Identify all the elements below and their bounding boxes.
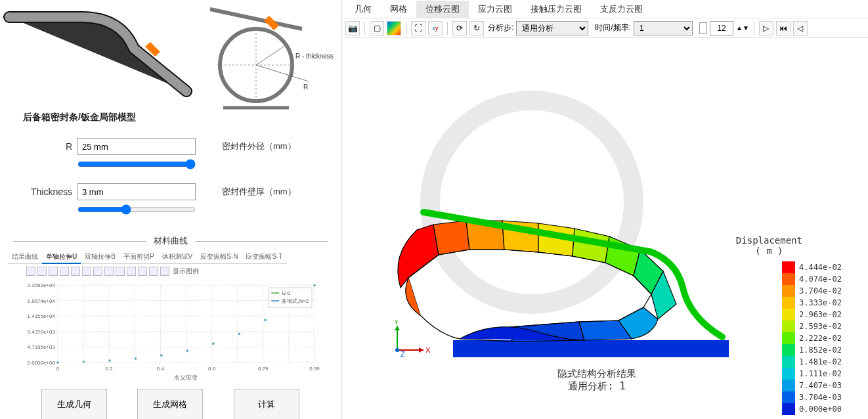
record-icon[interactable]: ▷: [759, 21, 773, 35]
legend-segment: [782, 261, 795, 273]
chart-tool-icon[interactable]: [82, 267, 91, 276]
step-label: 分析步:: [488, 22, 513, 33]
svg-point-57: [264, 319, 266, 321]
param-thickness-slider[interactable]: [77, 204, 196, 215]
generate-mesh-button[interactable]: 生成网格: [137, 389, 203, 419]
chart-tool-icon[interactable]: [49, 267, 58, 276]
svg-point-53: [160, 355, 162, 357]
svg-text:0.79: 0.79: [258, 366, 269, 372]
result-tab[interactable]: 支反力云图: [591, 1, 652, 18]
play-back-icon[interactable]: ◁: [793, 21, 808, 35]
legend-segment: [782, 309, 795, 320]
refresh-icon[interactable]: ↻: [469, 21, 484, 35]
skip-start-icon[interactable]: ⏮: [776, 21, 791, 35]
legend-value: 4.444e-02: [799, 261, 842, 273]
result-tab[interactable]: 几何: [345, 1, 381, 18]
legend-segment: [782, 332, 795, 344]
param-r-slider[interactable]: [77, 159, 196, 169]
result-tab[interactable]: 应力云图: [469, 1, 521, 18]
result-tabs: 几何网格位移云图应力云图接触压力云图支反力云图: [341, 0, 868, 18]
chart-tool-icon[interactable]: [160, 267, 169, 276]
svg-text:1.8874e+04: 1.8874e+04: [28, 298, 56, 304]
chart-tool-icon[interactable]: [116, 267, 125, 276]
chart-tool-icon[interactable]: [93, 267, 102, 276]
svg-point-52: [135, 357, 137, 359]
viewport-toolbar: 📷 ▢ ⛶ xy ⟳ ↻ 分析步: 通用分析 时间/频率: 1 ▲▼ ▷ ⏮ ◁: [341, 18, 868, 38]
legend-value: 3.704e-03: [799, 391, 842, 403]
result-tab[interactable]: 位移云图: [416, 1, 469, 18]
chart-tool-icon[interactable]: [127, 267, 136, 276]
param-r-input[interactable]: [77, 138, 196, 155]
time-select[interactable]: 1: [634, 21, 693, 35]
param-thickness-label: Thickness: [20, 187, 72, 197]
curve-tab[interactable]: 体积测试V: [158, 251, 197, 264]
param-r-unit: 密封件外径（mm）: [222, 141, 296, 152]
svg-marker-69: [395, 326, 400, 330]
compute-button[interactable]: 计算: [234, 389, 299, 419]
legend-segment: [782, 285, 795, 297]
chart-toolbar-legend-btn[interactable]: 显示图例: [173, 267, 199, 276]
legend-segment: [782, 380, 795, 391]
svg-point-59: [313, 284, 315, 286]
viewport[interactable]: X Y Z 隐式结构分析结果 通用分析: 1 Displacement ( m …: [341, 38, 868, 419]
legend-segment: [782, 403, 795, 415]
svg-point-54: [186, 350, 188, 352]
result-tab[interactable]: 接触压力云图: [521, 1, 591, 18]
color-legend: 4.444e-024.074e-023.704e-023.333e-022.96…: [782, 261, 842, 415]
curve-tab[interactable]: 结果曲线: [8, 251, 42, 264]
frame-spin[interactable]: [710, 21, 733, 35]
curve-tab[interactable]: 应变振幅S-N: [196, 251, 242, 264]
chart-tool-icon[interactable]: [26, 267, 35, 276]
spin-up-down-icon[interactable]: ▲▼: [736, 24, 749, 32]
svg-text:R: R: [303, 83, 308, 91]
svg-text:1.4155e+04: 1.4155e+04: [28, 313, 56, 319]
material-chart: 2.3592e+041.8874e+041.4155e+049.4370e+03…: [26, 277, 321, 382]
illustration-area: R - thickness R 后备箱密封条/钣金局部模型: [0, 0, 341, 125]
rainbow-cube-icon[interactable]: [387, 21, 401, 35]
chart-tool-icon[interactable]: [71, 267, 80, 276]
svg-text:4.7185e+03: 4.7185e+03: [28, 344, 56, 350]
legend-value: 2.222e-02: [799, 332, 842, 344]
result-title: 隐式结构分析结果 通用分析: 1: [557, 368, 636, 393]
curve-tab[interactable]: 应变振幅S-T: [242, 251, 286, 264]
bottom-buttons: 生成几何 生成网格 计算: [26, 389, 315, 419]
result-tab[interactable]: 网格: [381, 1, 416, 18]
param-row-thickness: Thickness 密封件壁厚（mm）: [20, 183, 321, 200]
svg-point-50: [83, 361, 85, 363]
chart-tool-icon[interactable]: [104, 267, 114, 276]
curve-tab[interactable]: 双轴拉伸B: [81, 251, 119, 264]
time-label: 时间/频率:: [595, 22, 631, 33]
svg-point-56: [238, 333, 240, 335]
chart-tool-icon[interactable]: [60, 267, 69, 276]
toggle-icon[interactable]: [699, 22, 707, 34]
generate-geometry-button[interactable]: 生成几何: [41, 389, 107, 419]
svg-rect-60: [269, 288, 312, 307]
cube-icon[interactable]: ▢: [370, 21, 384, 35]
curve-tab[interactable]: 平面剪切P: [119, 251, 158, 264]
legend-segment: [782, 391, 795, 403]
chart-tool-icon[interactable]: [149, 267, 158, 276]
camera-icon[interactable]: 📷: [345, 21, 360, 35]
svg-point-51: [108, 359, 110, 361]
material-curve-title: 材料曲线: [13, 235, 328, 247]
chart-tool-icon[interactable]: [138, 267, 147, 276]
left-panel: R - thickness R 后备箱密封条/钣金局部模型 R 密封件外径（mm…: [0, 0, 341, 419]
chart-tool-icon[interactable]: [37, 267, 47, 276]
rotate-icon[interactable]: ⟳: [452, 21, 467, 35]
param-row-r: R 密封件外径（mm）: [20, 138, 321, 155]
svg-marker-67: [419, 347, 423, 353]
step-select[interactable]: 通用分析: [516, 21, 588, 35]
curve-tab[interactable]: 单轴拉伸U: [42, 251, 81, 264]
param-thickness-input[interactable]: [77, 183, 196, 200]
param-thickness-unit: 密封件壁厚（mm）: [222, 186, 296, 198]
axis-triad: X Y Z: [387, 320, 433, 360]
axis-icon[interactable]: xy: [428, 21, 443, 35]
svg-text:0.4: 0.4: [157, 366, 165, 372]
svg-text:多项式,N=2: 多项式,N=2: [282, 298, 309, 304]
svg-text:X: X: [425, 346, 431, 354]
svg-text:9.4370e+03: 9.4370e+03: [28, 329, 56, 335]
svg-point-70: [395, 348, 399, 352]
svg-text:0.0000e+00: 0.0000e+00: [28, 360, 56, 366]
fit-icon[interactable]: ⛶: [411, 21, 425, 35]
right-panel: 几何网格位移云图应力云图接触压力云图支反力云图 📷 ▢ ⛶ xy ⟳ ↻ 分析步…: [341, 0, 868, 419]
